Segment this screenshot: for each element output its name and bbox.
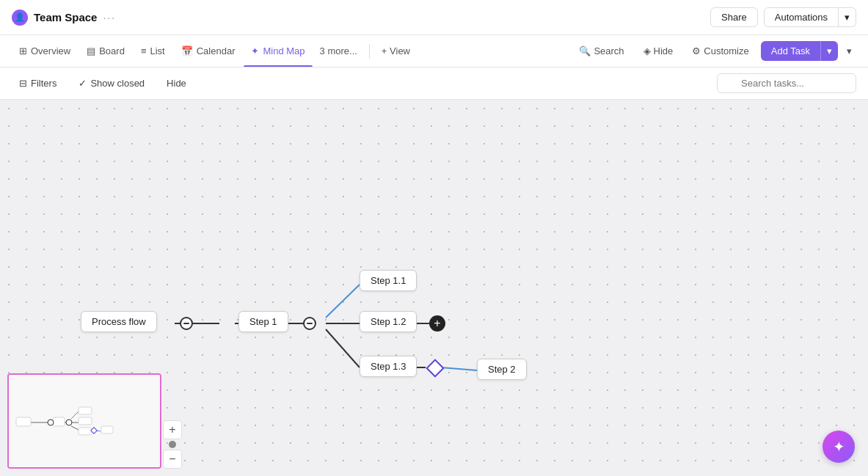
add-task-caret[interactable]: ▾ xyxy=(820,41,838,61)
share-button[interactable]: Share xyxy=(710,7,758,27)
show-closed-button[interactable]: ✓ Show closed xyxy=(71,75,152,92)
team-menu-icon[interactable]: ··· xyxy=(103,12,116,23)
node-process-flow[interactable]: Process flow xyxy=(81,311,157,332)
search-wrap: 🔍 xyxy=(717,73,856,93)
svg-line-12 xyxy=(71,426,79,430)
connector-dash xyxy=(183,323,189,324)
search-nav-button[interactable]: 🔍 Search xyxy=(572,42,631,60)
search-input[interactable] xyxy=(717,73,856,93)
tab-list[interactable]: ≡ List xyxy=(134,41,172,61)
board-icon: ▤ xyxy=(87,45,95,56)
svg-rect-18 xyxy=(79,428,92,435)
search-nav-icon: 🔍 xyxy=(579,45,591,56)
svg-rect-19 xyxy=(101,426,113,433)
automations-button[interactable]: Automations xyxy=(764,7,839,27)
zoom-handle[interactable] xyxy=(169,441,176,448)
nav-tabs: ⊞ Overview ▤ Board ≡ List 📅 Calendar ✦ M… xyxy=(0,35,868,67)
svg-point-21 xyxy=(66,420,72,425)
gear-icon: ⚙ xyxy=(692,45,701,56)
tab-divider xyxy=(369,44,370,59)
grid-icon: ⊞ xyxy=(19,45,27,56)
automations-group: Automations ▾ xyxy=(764,7,856,27)
calendar-icon: 📅 xyxy=(181,45,193,56)
hide-button[interactable]: Hide xyxy=(159,75,194,92)
add-task-group: Add Task ▾ xyxy=(761,41,838,61)
filters-button[interactable]: ⊟ Filters xyxy=(12,75,64,92)
mindmap-icon: ✦ xyxy=(251,45,259,56)
svg-rect-14 xyxy=(16,417,31,426)
customize-nav-button[interactable]: ⚙ Customize xyxy=(685,42,756,60)
connector-root[interactable] xyxy=(180,317,193,330)
automations-caret[interactable]: ▾ xyxy=(839,7,856,27)
node-step12[interactable]: Step 1.2 xyxy=(360,311,417,332)
minimap-svg xyxy=(9,375,160,467)
zoom-controls: + − xyxy=(163,420,182,469)
connector-dash2 xyxy=(307,323,313,324)
more-views[interactable]: 3 more... xyxy=(314,41,363,61)
check-icon: ✓ xyxy=(79,78,87,89)
fab-icon: ✦ xyxy=(833,438,845,455)
add-view-button[interactable]: + View xyxy=(376,41,416,61)
svg-point-20 xyxy=(48,420,54,425)
topbar-left: 👤 Team Space ··· xyxy=(12,10,116,26)
navtabs-right: 🔍 Search ◈ Hide ⚙ Customize Add Task ▾ ▾ xyxy=(572,41,856,61)
svg-line-7 xyxy=(441,367,477,370)
tab-calendar[interactable]: 📅 Calendar xyxy=(174,41,243,61)
svg-rect-15 xyxy=(53,417,65,426)
minimap xyxy=(7,373,161,469)
svg-line-2 xyxy=(326,285,360,318)
add-step-button[interactable]: + xyxy=(429,315,445,332)
tab-board[interactable]: ▤ Board xyxy=(79,41,132,61)
node-step2[interactable]: Step 2 xyxy=(477,359,527,380)
node-step13[interactable]: Step 1.3 xyxy=(360,356,417,377)
zoom-in-button[interactable]: + xyxy=(163,420,182,439)
zoom-out-button[interactable]: − xyxy=(163,450,182,469)
connector-step1[interactable] xyxy=(303,317,316,330)
hide-nav-button[interactable]: ◈ Hide xyxy=(636,42,681,60)
team-name: Team Space xyxy=(34,11,97,23)
svg-rect-17 xyxy=(79,417,92,425)
list-icon: ≡ xyxy=(141,45,147,56)
topbar: 👤 Team Space ··· Share Automations ▾ xyxy=(0,0,868,35)
fab-button[interactable]: ✦ xyxy=(823,431,855,463)
tab-mindmap[interactable]: ✦ Mind Map xyxy=(244,41,312,61)
node-step11[interactable]: Step 1.1 xyxy=(360,270,417,291)
connector-diamond[interactable] xyxy=(426,359,444,377)
svg-line-10 xyxy=(71,411,79,419)
avatar: 👤 xyxy=(12,10,28,26)
hide-icon: ◈ xyxy=(643,45,651,56)
mind-map-canvas: Process flow Step 1 Step 1.1 Step 1.2 + … xyxy=(0,100,868,476)
minimap-inner xyxy=(9,375,160,467)
node-step1[interactable]: Step 1 xyxy=(238,311,288,332)
add-task-button[interactable]: Add Task xyxy=(761,41,820,61)
filter-icon: ⊟ xyxy=(19,78,27,89)
svg-line-4 xyxy=(326,329,360,367)
toolbar: ⊟ Filters ✓ Show closed Hide 🔍 xyxy=(0,67,868,100)
tab-overview[interactable]: ⊞ Overview xyxy=(12,41,78,61)
svg-rect-16 xyxy=(79,407,92,414)
topbar-right: Share Automations ▾ xyxy=(710,7,856,27)
nav-more-button[interactable]: ▾ xyxy=(842,42,856,60)
